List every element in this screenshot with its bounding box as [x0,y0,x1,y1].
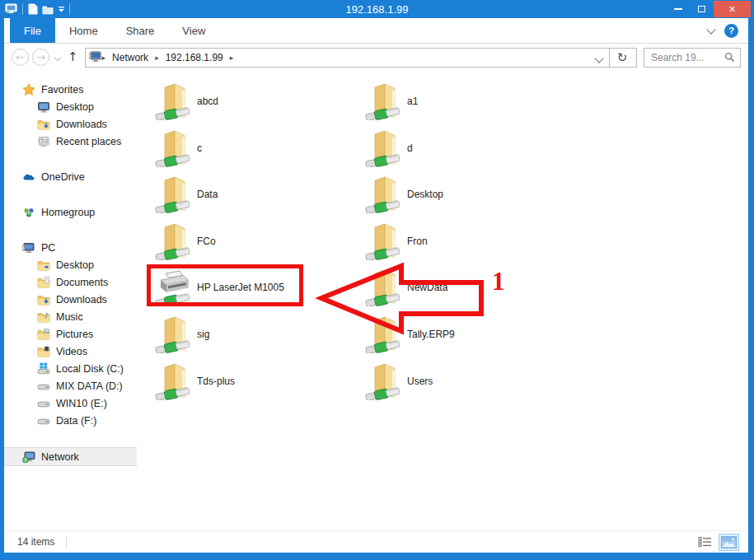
refresh-icon[interactable]: ↻ [610,49,635,67]
file-item-desktop[interactable]: Desktop [362,173,568,216]
file-item-label: c [197,142,202,154]
shared-folder-icon [155,315,191,353]
sidebar-item-desktop[interactable]: Desktop [4,256,137,273]
sidebar-item-label: Network [41,451,79,463]
customize-toolbar-icon[interactable] [58,6,65,13]
sidebar-item-label: PC [41,242,55,254]
sidebar-item-videos[interactable]: Videos [4,343,137,360]
file-item-newdata[interactable]: NewData [362,266,568,309]
file-item-label: a1 [407,96,418,107]
shared-folder-icon [365,129,401,167]
shared-folder-icon [155,362,191,400]
file-item-label: Fron [407,236,428,247]
file-item-fco[interactable]: FCo [152,220,358,263]
large-icons-view-icon[interactable] [719,534,738,550]
sidebar-item-local-disk-c[interactable]: Local Disk (C:) [4,360,137,377]
forward-button[interactable]: → [32,49,49,66]
sidebar-item-favorites[interactable]: Favorites [4,81,137,98]
homegroup-icon [22,206,35,219]
up-button[interactable]: ↑ [68,49,78,64]
file-item-label: sig [197,329,209,340]
file-item-label: Tds-plus [197,376,235,387]
file-item-sig[interactable]: sig [152,313,358,356]
file-item-tally-erp9[interactable]: Tally.ERP9 [362,313,568,356]
sidebar-item-label: Local Disk (C:) [56,363,124,375]
file-item-c[interactable]: c [152,127,358,170]
sidebar-item-documents[interactable]: Documents [4,273,137,291]
breadcrumb-item-network[interactable]: Network [107,52,153,63]
sidebar-item-label: Downloads [56,294,107,306]
search-box[interactable] [644,48,741,68]
minimize-button[interactable] [666,1,690,17]
recent-icon [37,135,50,148]
toolbar-separator [69,3,70,15]
sidebar-item-music[interactable]: ♪Music [4,308,137,325]
shared-folder-icon [365,268,401,306]
star-icon [22,83,35,96]
sidebar-item-mix-data-d[interactable]: MIX DATA (D:) [4,377,137,394]
new-folder-icon[interactable] [42,4,54,15]
shared-folder-icon [155,129,191,167]
file-item-data[interactable]: Data [152,173,358,216]
system-icon[interactable] [5,3,18,15]
sidebar-item-data-f[interactable]: Data (F:) [4,412,137,429]
shared-folder-icon [155,222,191,260]
sidebar-item-pc[interactable]: PC [4,239,137,256]
view-toggle-buttons [696,534,740,550]
file-item-label: FCo [197,236,216,247]
network-icon [22,450,35,464]
toolbar-separator [22,3,23,15]
shared-folder-icon [365,222,401,260]
maximize-icon [698,6,705,12]
sidebar-item-network[interactable]: Network [4,447,137,466]
chevron-down-icon[interactable] [706,25,715,34]
sidebar-item-label: OneDrive [41,171,85,183]
sidebar-item-recent-places[interactable]: Recent places [4,133,137,150]
shared-folder-icon [155,175,191,213]
network-computer-icon [89,51,102,64]
address-dropdown-chevron-icon[interactable] [589,50,609,65]
file-item-a1[interactable]: a1 [362,80,568,123]
tab-view[interactable]: View [168,18,219,43]
sidebar-item-win10-e[interactable]: WIN10 (E:) [4,394,137,412]
search-input[interactable] [649,51,724,64]
file-item-label: HP LaserJet M1005 [197,282,284,293]
file-item-hp-laserjet-m1005[interactable]: HP LaserJet M1005 [152,266,358,309]
file-item-abcd[interactable]: abcd [152,80,358,123]
maximize-button[interactable] [690,1,714,17]
sidebar-item-pictures[interactable]: Pictures [4,325,137,343]
breadcrumb-separator-icon[interactable]: ▸ [230,54,234,62]
sidebar-item-label: Homegroup [41,207,95,218]
sidebar-item-label: Recent places [56,136,121,147]
help-icon[interactable]: ? [724,24,738,38]
file-item-tds-plus[interactable]: Tds-plus [152,360,358,403]
sidebar-item-label: Favorites [41,84,83,96]
pc-icon [22,241,35,254]
tab-home[interactable]: Home [55,18,112,43]
file-item-d[interactable]: d [362,127,568,170]
properties-icon[interactable] [27,3,38,15]
sidebar-item-homegroup[interactable]: Homegroup [4,203,137,221]
tab-share[interactable]: Share [112,18,169,43]
sidebar-item-desktop[interactable]: Desktop [4,98,137,115]
sidebar-item-onedrive[interactable]: OneDrive [4,168,137,185]
sidebar-item-label: Data (F:) [56,415,96,427]
breadcrumb-separator-icon[interactable]: ▸ [102,54,106,62]
back-button[interactable]: ← [12,49,29,66]
breadcrumb-separator-icon[interactable]: ▸ [155,54,159,62]
file-item-users[interactable]: Users [362,360,568,403]
file-item-label: Data [197,189,218,200]
disk-icon [37,397,50,410]
folder-videos-icon [37,345,50,358]
recent-locations-chevron-icon[interactable] [54,54,61,60]
address-box[interactable]: ▸Network▸192.168.1.99▸ ↻ [85,48,637,68]
tab-file[interactable]: File [10,18,55,43]
items-count: 14 items [17,536,54,548]
breadcrumb-item-192-168-1-99[interactable]: 192.168.1.99 [161,52,228,63]
close-button[interactable]: × [714,1,751,17]
file-item-fron[interactable]: Fron [362,220,568,263]
title-bar: 192.168.1.99 × [0,0,754,18]
sidebar-item-downloads[interactable]: Downloads [4,115,137,133]
details-view-icon[interactable] [696,534,714,549]
sidebar-item-downloads[interactable]: Downloads [4,291,137,308]
